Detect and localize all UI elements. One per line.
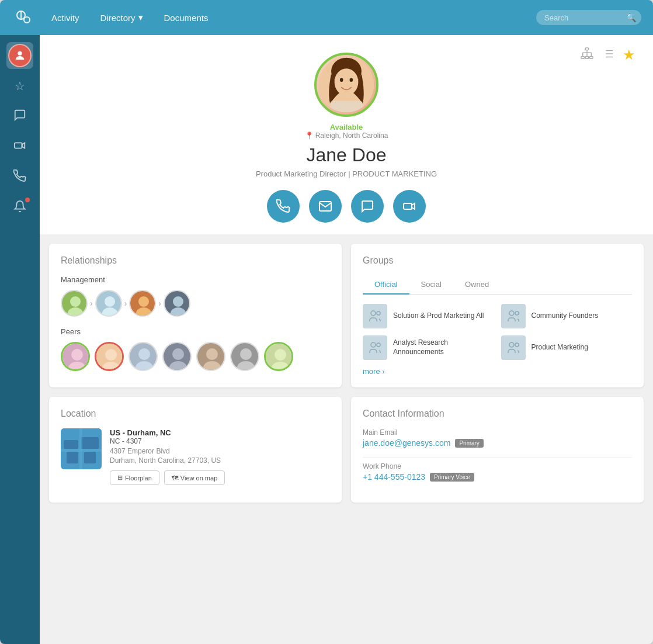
group-item-3[interactable]: Analyst Research Announcements	[363, 335, 494, 360]
svg-point-56	[240, 348, 252, 360]
tab-social[interactable]: Social	[409, 275, 453, 295]
tab-owned[interactable]: Owned	[453, 275, 501, 295]
svg-point-3	[18, 51, 22, 56]
call-button[interactable]	[267, 190, 300, 223]
location-map-thumbnail[interactable]	[61, 428, 102, 469]
notification-icon	[13, 200, 26, 216]
group-icon-1	[363, 304, 387, 328]
svg-rect-73	[84, 452, 96, 463]
group-icon-3	[363, 335, 387, 360]
email-primary-badge: Primary	[455, 439, 483, 448]
peers-grid	[61, 342, 330, 371]
location-text: 📍 Raleigh, North Carolina	[51, 131, 641, 140]
view-on-map-button[interactable]: 🗺 View on map	[164, 470, 225, 485]
svg-point-62	[377, 311, 380, 315]
manager-2-avatar[interactable]	[95, 290, 122, 317]
contact-title: Contact Information	[363, 408, 632, 419]
location-card: Location	[49, 397, 342, 503]
email-address[interactable]: jane.doe@genesys.com	[363, 438, 450, 448]
svg-point-24	[340, 78, 343, 81]
peer-5-avatar[interactable]	[196, 342, 225, 371]
contact-card: Contact Information Main Email jane.doe@…	[351, 397, 644, 503]
org-chart-icon[interactable]	[581, 47, 593, 63]
sidebar-item-phone[interactable]	[6, 164, 33, 191]
tab-official[interactable]: Official	[363, 275, 409, 295]
email-button[interactable]	[309, 190, 342, 223]
list-icon[interactable]	[602, 47, 614, 63]
location-name: US - Durham, NC	[110, 428, 330, 437]
video-button[interactable]	[393, 190, 426, 223]
location-buttons: ⊞ Floorplan 🗺 View on map	[110, 470, 330, 485]
location-address: 4307 Emperor Blvd	[110, 447, 330, 455]
nav-activity[interactable]: Activity	[41, 0, 90, 35]
sidebar-item-video[interactable]	[6, 133, 33, 160]
video-icon	[13, 139, 26, 155]
groups-grid: Solution & Prod Marketing All	[363, 304, 632, 360]
chat-button[interactable]	[351, 190, 384, 223]
sidebar-item-notifications[interactable]	[6, 194, 33, 221]
location-content: US - Durham, NC NC - 4307 4307 Emperor B…	[61, 428, 330, 485]
manager-3-avatar[interactable]	[129, 290, 156, 317]
search-input[interactable]	[544, 13, 626, 22]
floorplan-button[interactable]: ⊞ Floorplan	[110, 470, 159, 485]
svg-point-59	[275, 349, 286, 361]
management-chain: › ›	[61, 290, 330, 317]
manager-4-avatar[interactable]	[164, 290, 190, 317]
chain-arrow-2: ›	[124, 299, 127, 308]
sidebar-item-chat[interactable]	[6, 103, 33, 130]
svg-rect-75	[79, 428, 82, 469]
svg-point-35	[138, 296, 149, 307]
svg-rect-5	[585, 47, 589, 50]
status-text: Available	[51, 123, 641, 131]
management-label: Management	[61, 275, 330, 284]
favorite-star-icon[interactable]: ★	[623, 47, 635, 63]
group-item-2[interactable]: Community Founders	[501, 304, 633, 328]
group-item-4[interactable]: Product Marketing	[501, 335, 633, 360]
phone-label: Work Phone	[363, 462, 632, 470]
peer-7-avatar[interactable]	[264, 342, 293, 371]
svg-point-1	[24, 17, 30, 23]
sidebar-avatar[interactable]	[6, 42, 33, 69]
location-title: Location	[61, 408, 330, 419]
manager-1-avatar[interactable]	[61, 290, 88, 317]
svg-point-41	[71, 349, 83, 361]
phone-field: Work Phone +1 444-555-0123 Primary Voice	[363, 462, 632, 482]
svg-point-25	[350, 78, 353, 81]
group-name-3: Analyst Research Announcements	[393, 338, 494, 356]
groups-more-link[interactable]: more ›	[363, 367, 632, 376]
divider	[363, 457, 632, 458]
search-icon: 🔍	[626, 13, 636, 22]
sidebar-item-stars[interactable]: ☆	[6, 72, 33, 99]
groups-card: Groups Official Social Owned	[351, 244, 644, 387]
nav-logo	[12, 6, 35, 29]
svg-rect-70	[64, 440, 78, 449]
svg-point-63	[509, 311, 514, 316]
nav-documents[interactable]: Documents	[154, 0, 219, 35]
svg-rect-4	[15, 143, 22, 148]
peer-2-avatar-self[interactable]	[95, 342, 124, 371]
peer-6-avatar[interactable]	[230, 342, 259, 371]
svg-rect-71	[81, 437, 99, 449]
peer-4-avatar[interactable]	[162, 342, 192, 371]
nav-directory[interactable]: Directory ▾	[90, 0, 154, 35]
phone-icon	[13, 169, 26, 185]
phone-number[interactable]: +1 444-555-0123	[363, 472, 425, 482]
search-bar[interactable]: 🔍	[536, 10, 641, 25]
group-name-2: Community Founders	[532, 311, 599, 321]
phone-voice-badge: Primary Voice	[430, 473, 474, 482]
profile-title: Product Marketing Director | PRODUCT MAR…	[51, 169, 641, 178]
relationships-card: Relationships Management ›	[49, 244, 342, 387]
peer-1-avatar[interactable]	[61, 342, 90, 371]
chain-arrow-3: ›	[158, 299, 161, 308]
group-icon-4	[501, 335, 526, 360]
profile-header: ★	[40, 35, 653, 234]
group-name-1: Solution & Prod Marketing All	[393, 311, 484, 321]
profile-avatar-container	[314, 53, 378, 117]
content-area: ★	[40, 35, 653, 644]
svg-point-53	[206, 348, 218, 360]
peer-3-avatar[interactable]	[128, 342, 158, 371]
top-nav: Activity Directory ▾ Documents 🔍	[0, 0, 653, 35]
group-icon-2	[501, 304, 526, 328]
location-city: Durham, North Carolina, 27703, US	[110, 456, 330, 465]
group-item-1[interactable]: Solution & Prod Marketing All	[363, 304, 494, 328]
